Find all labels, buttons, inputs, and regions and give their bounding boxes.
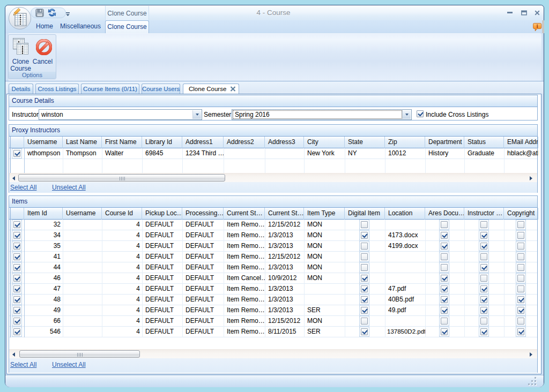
svg-text:i: i <box>537 24 538 29</box>
